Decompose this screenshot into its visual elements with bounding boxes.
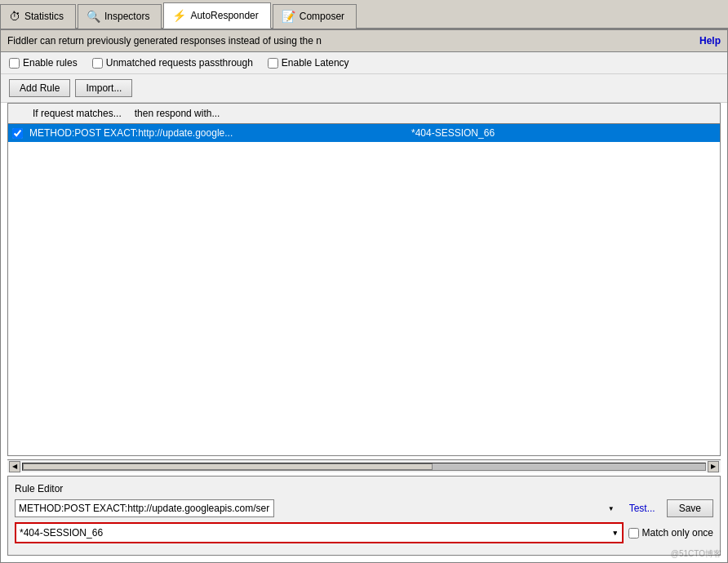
scroll-thumb[interactable] bbox=[23, 463, 433, 470]
match-select[interactable]: METHOD:POST EXACT:http://update.googleap… bbox=[15, 499, 274, 517]
row-cell-match: METHOD:POST EXACT:http://update.google..… bbox=[26, 127, 408, 139]
enable-rules-checkbox[interactable]: Enable rules bbox=[9, 57, 78, 69]
info-bar: Fiddler can return previously generated … bbox=[1, 30, 727, 52]
unmatched-passthrough-label: Unmatched requests passthrough bbox=[106, 57, 253, 69]
table-body: METHOD:POST EXACT:http://update.google..… bbox=[8, 124, 720, 455]
enable-rules-label: Enable rules bbox=[23, 57, 78, 69]
composer-icon: 📝 bbox=[282, 10, 295, 23]
scroll-track[interactable] bbox=[22, 463, 706, 471]
checkbox-col-header bbox=[8, 106, 26, 121]
enable-latency-checkbox[interactable]: Enable Latency bbox=[268, 57, 349, 69]
row-check-input[interactable] bbox=[12, 128, 23, 139]
options-bar: Enable rules Unmatched requests passthro… bbox=[1, 52, 727, 74]
unmatched-passthrough-checkbox[interactable]: Unmatched requests passthrough bbox=[92, 57, 253, 69]
tab-autoresponder-label: AutoResponder bbox=[190, 10, 258, 21]
tab-composer-label: Composer bbox=[300, 11, 344, 22]
respond-col-header: then respond with... bbox=[128, 106, 720, 121]
row-cell-respond: *404-SESSION_66 bbox=[408, 127, 720, 139]
tab-inspectors[interactable]: 🔍 Inspectors bbox=[78, 4, 162, 29]
table-header: If request matches... then respond with.… bbox=[8, 104, 720, 124]
test-button[interactable]: Test... bbox=[623, 501, 662, 516]
buttons-bar: Add Rule Import... bbox=[1, 74, 727, 103]
tab-statistics-label: Statistics bbox=[24, 11, 64, 22]
add-rule-button[interactable]: Add Rule bbox=[9, 79, 70, 97]
rules-table: If request matches... then respond with.… bbox=[7, 103, 721, 456]
info-bar-text: Fiddler can return previously generated … bbox=[7, 35, 322, 47]
main-content: Fiddler can return previously generated … bbox=[0, 29, 728, 563]
respond-select[interactable]: *404-SESSION_66 bbox=[16, 524, 622, 542]
match-once-row: Match only once bbox=[628, 527, 713, 539]
tab-autoresponder[interactable]: ⚡ AutoResponder bbox=[163, 2, 270, 29]
tabs-bar: ⏱ Statistics 🔍 Inspectors ⚡ AutoResponde… bbox=[0, 0, 728, 29]
import-button[interactable]: Import... bbox=[75, 79, 132, 97]
horizontal-scrollbar[interactable]: ◀ ▶ bbox=[7, 459, 721, 472]
tab-statistics[interactable]: ⏱ Statistics bbox=[0, 4, 76, 29]
respond-select-wrapper: *404-SESSION_66 ▼ bbox=[15, 522, 624, 543]
enable-latency-label: Enable Latency bbox=[282, 57, 349, 69]
enable-latency-input[interactable] bbox=[268, 58, 278, 69]
tab-composer[interactable]: 📝 Composer bbox=[273, 4, 357, 29]
rule-editor: Rule Editor METHOD:POST EXACT:http://upd… bbox=[7, 476, 721, 556]
rule-editor-title: Rule Editor bbox=[15, 483, 713, 494]
row-checkbox[interactable] bbox=[8, 128, 26, 139]
save-button[interactable]: Save bbox=[667, 499, 713, 517]
table-row[interactable]: METHOD:POST EXACT:http://update.google..… bbox=[8, 124, 720, 142]
match-once-checkbox[interactable] bbox=[628, 528, 639, 539]
help-link[interactable]: Help bbox=[699, 35, 721, 47]
statistics-icon: ⏱ bbox=[9, 10, 20, 23]
rule-editor-respond-row: *404-SESSION_66 ▼ Match only once bbox=[15, 522, 713, 543]
match-select-wrapper: METHOD:POST EXACT:http://update.googleap… bbox=[15, 499, 618, 517]
rule-editor-match-row: METHOD:POST EXACT:http://update.googleap… bbox=[15, 499, 713, 517]
scroll-right-button[interactable]: ▶ bbox=[708, 461, 719, 472]
enable-rules-input[interactable] bbox=[9, 58, 20, 69]
watermark: @51CTO博客 bbox=[671, 548, 721, 560]
inspectors-icon: 🔍 bbox=[87, 10, 100, 23]
tab-inspectors-label: Inspectors bbox=[104, 11, 149, 22]
autoresponder-icon: ⚡ bbox=[172, 9, 186, 22]
unmatched-passthrough-input[interactable] bbox=[92, 58, 103, 69]
scroll-left-button[interactable]: ◀ bbox=[9, 461, 20, 472]
match-once-label: Match only once bbox=[642, 527, 713, 539]
match-col-header: If request matches... bbox=[26, 106, 128, 121]
